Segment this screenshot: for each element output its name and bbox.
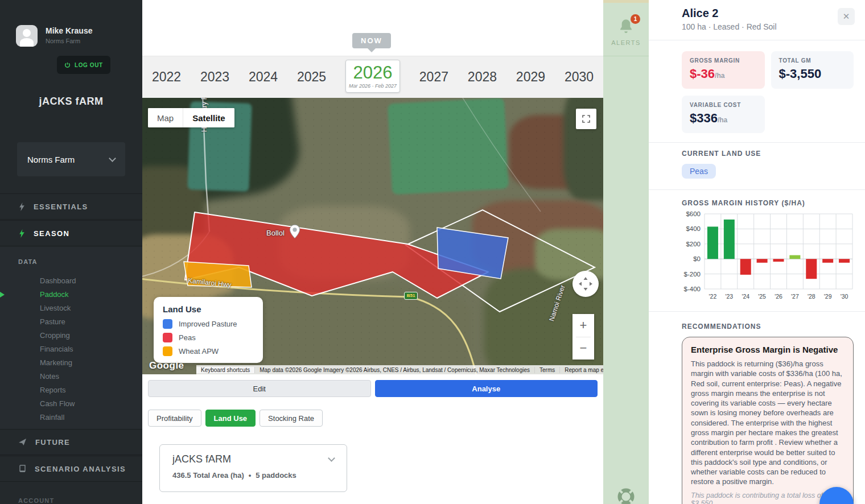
zoom-out-button[interactable]: −	[572, 337, 594, 360]
sidebar-item-marketing[interactable]: Marketing	[0, 356, 142, 370]
svg-text:'25: '25	[758, 293, 766, 300]
metric-label: TOTAL GM	[779, 57, 846, 64]
legend-item: Improved Pasture	[163, 319, 254, 329]
land-use-legend: Land Use Improved Pasture Peas Wheat APW	[154, 297, 263, 363]
alerts-button[interactable]: 1 ALERTS	[603, 3, 649, 56]
year-2024[interactable]: 2024	[249, 69, 278, 85]
svg-text:'22: '22	[709, 293, 717, 300]
sidebar-item-paddock[interactable]: Paddock	[0, 288, 142, 301]
year-2028[interactable]: 2028	[468, 69, 497, 85]
current-land-use-label: CURRENT LAND USE	[682, 150, 761, 158]
farm-card-name: jACKS fARM	[172, 453, 231, 465]
year-2030[interactable]: 2030	[565, 69, 594, 85]
sidebar-item-financials[interactable]: Financials	[0, 342, 142, 356]
sidebar-item-future[interactable]: FUTURE	[0, 429, 142, 455]
farm-total-area: 436.5 Total Area (ha)	[172, 471, 244, 480]
metric-value: $-36	[690, 67, 715, 81]
sidebar-item-season[interactable]: SEASON	[0, 220, 142, 246]
place-pin-icon	[289, 224, 300, 241]
land-use-chip: Peas	[682, 164, 716, 179]
sidebar-item-dashboard[interactable]: Dashboard	[0, 274, 142, 288]
map-attribution: Keyboard shortcuts Map data ©2026 Google…	[196, 365, 603, 374]
sidebar-item-pasture[interactable]: Pasture	[0, 315, 142, 329]
sidebar-item-essentials[interactable]: ESSENTIALS	[0, 193, 142, 220]
recommendation-card: Enterprise Gross Margin is Negative This…	[682, 337, 854, 504]
farm-selector-value: Norms Farm	[27, 155, 75, 164]
sidebar-item-notes[interactable]: Notes	[0, 370, 142, 383]
close-panel-button[interactable]: ✕	[838, 8, 855, 25]
chevron-down-icon	[109, 155, 116, 162]
lightning-icon	[19, 203, 25, 211]
year-2023[interactable]: 2023	[200, 69, 229, 85]
year-2026-selected[interactable]: 2026 Mar 2026 - Feb 2027	[345, 60, 400, 93]
sidebar-item-cashflow[interactable]: Cash Flow	[0, 397, 142, 411]
gross-margin-history-chart: $600$400$200$0$-200$-400'22'23'24'25'26'…	[677, 209, 857, 307]
edit-button[interactable]: Edit	[148, 380, 371, 397]
metric-unit: /ha	[715, 72, 724, 80]
legend-label: Wheat APW	[179, 347, 219, 356]
paddock-detail-panel: Alice 2 100 ha · Leased · Red Soil ✕ GRO…	[649, 0, 865, 504]
legend-label: Peas	[179, 333, 196, 342]
tab-stocking-rate[interactable]: Stocking Rate	[260, 410, 323, 427]
sidebar-item-livestock[interactable]: Livestock	[0, 301, 142, 315]
farm-title: jACKS fARM	[0, 96, 142, 108]
svg-text:'27: '27	[791, 293, 799, 300]
map-view-button[interactable]: Map	[148, 108, 183, 127]
season-label: SEASON	[34, 229, 69, 238]
svg-text:$0: $0	[693, 255, 701, 262]
svg-text:$400: $400	[686, 225, 701, 232]
sidebar-item-cropping[interactable]: Cropping	[0, 329, 142, 342]
metric-label: VARIABLE COST	[690, 102, 757, 108]
help-lifebuoy-icon[interactable]	[617, 488, 635, 504]
account-group-label: ACCOUNT	[18, 497, 54, 504]
sidebar-item-rainfall[interactable]: Rainfall	[0, 411, 142, 424]
year-2027[interactable]: 2027	[419, 69, 448, 85]
sidebar-item-scenario-analysis[interactable]: SCENARIO ANALYSIS	[0, 456, 142, 482]
route-shield: B51	[404, 292, 418, 300]
user-farm: Norms Farm	[46, 38, 92, 44]
fullscreen-button[interactable]	[576, 109, 596, 129]
gross-margin-card: GROSS MARGIN $-36/ha	[682, 51, 765, 89]
peas-swatch	[163, 333, 172, 342]
place-label: Bollol	[266, 229, 285, 237]
sidebar: Mike Krause Norms Farm LOG OUT jACKS fAR…	[0, 0, 142, 504]
legend-item: Peas	[163, 333, 254, 342]
zoom-in-button[interactable]: +	[572, 314, 594, 337]
svg-text:'30: '30	[841, 293, 848, 300]
satellite-map[interactable]: Harparary Rd Kamilaroi Hwy Bollol B51 Na…	[142, 98, 603, 374]
farm-summary-card[interactable]: jACKS fARM 436.5 Total Area (ha) • 5 pad…	[159, 444, 347, 492]
terms-link[interactable]: Terms	[534, 367, 559, 373]
keyboard-shortcuts-link[interactable]: Keyboard shortcuts	[196, 367, 254, 373]
report-map-error-link[interactable]: Report a map error	[559, 367, 603, 373]
legend-item: Wheat APW	[163, 346, 254, 356]
tab-land-use[interactable]: Land Use	[205, 410, 256, 427]
panel-header: Alice 2 100 ha · Leased · Red Soil ✕	[649, 0, 865, 40]
improved-pasture-swatch	[163, 319, 172, 329]
user-name: Mike Krause	[46, 26, 92, 35]
main-content: NOW 2022 2023 2024 2025 2026 Mar 2026 - …	[142, 0, 603, 504]
pan-control[interactable]	[572, 271, 599, 297]
satellite-view-button[interactable]: Satellite	[183, 108, 234, 127]
farm-selector[interactable]: Norms Farm	[17, 142, 125, 176]
recommendation-title: Enterprise Gross Margin is Negative	[691, 345, 845, 354]
year-2022[interactable]: 2022	[152, 69, 181, 85]
year-timeline: 2022 2023 2024 2025 2026 Mar 2026 - Feb …	[142, 56, 603, 98]
sidebar-item-reports[interactable]: Reports	[0, 383, 142, 397]
logout-label: LOG OUT	[75, 62, 103, 68]
year-2025[interactable]: 2025	[297, 69, 326, 85]
svg-text:$200: $200	[686, 241, 701, 247]
logout-button[interactable]: LOG OUT	[57, 56, 110, 74]
year-2029[interactable]: 2029	[516, 69, 545, 85]
zoom-control: + −	[572, 314, 594, 360]
selected-year: 2026	[353, 64, 393, 81]
bullet-separator: •	[249, 471, 252, 480]
metric-unit: /ha	[718, 116, 727, 124]
analyse-button[interactable]: Analyse	[375, 380, 598, 397]
svg-text:'23: '23	[725, 293, 733, 300]
svg-text:$-200: $-200	[684, 271, 701, 278]
data-nav-group: DATA Dashboard Paddock Livestock Pasture…	[0, 247, 142, 429]
tab-profitability[interactable]: Profitability	[148, 410, 201, 427]
power-icon	[64, 62, 71, 68]
map-data-attribution: Map data ©2026 Google Imagery ©2026 Airb…	[254, 367, 534, 373]
metrics-grid: GROSS MARGIN $-36/ha TOTAL GM $-3,550 VA…	[682, 51, 854, 133]
